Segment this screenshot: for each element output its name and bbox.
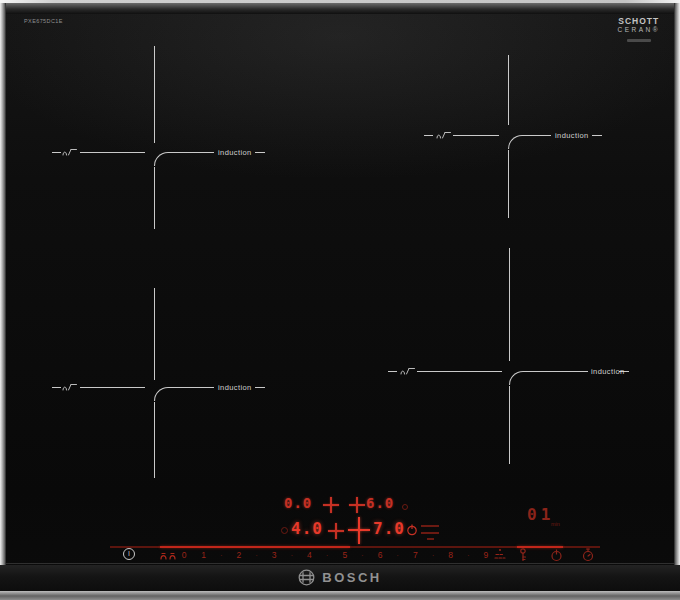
level-key-9[interactable]: 9 (481, 550, 491, 560)
zone-mark-line (168, 387, 214, 388)
timer-unit-label: min (551, 521, 560, 527)
level-key-6[interactable]: 6 (375, 550, 385, 560)
brand-name: BOSCH (322, 570, 381, 585)
zone-mark-dash (52, 387, 61, 388)
front-right-power-display: 7.0 (373, 519, 405, 538)
pan-sensor-icon (62, 381, 78, 393)
level-key-7[interactable]: 7 (410, 550, 420, 560)
bottom-metal-edge (0, 591, 680, 600)
boost-button[interactable] (493, 548, 507, 561)
timer-indicator-icon (402, 504, 408, 510)
model-number: PXE675DC1E (24, 18, 63, 24)
level-key-8[interactable]: 8 (446, 550, 456, 560)
zone-mark-line (509, 386, 510, 464)
zone-mark-dash (52, 152, 61, 153)
front-trim: BOSCH (0, 565, 680, 591)
glass-left-edge (0, 3, 6, 591)
zone-mark-line (453, 135, 499, 136)
zone-mark-line (523, 371, 588, 372)
slider-track-active[interactable] (160, 546, 350, 549)
glass-right-edge (674, 3, 680, 591)
zone-mark-line (154, 167, 155, 229)
zone-mark-dash (388, 371, 397, 372)
zone-mark-dash (255, 152, 265, 153)
induction-label: induction (555, 131, 589, 140)
level-dot: · (395, 551, 401, 560)
zone-mark-line (522, 135, 551, 136)
level-key-1[interactable]: 1 (199, 550, 209, 560)
zone-mark-line (417, 371, 502, 372)
level-key-5[interactable]: 5 (340, 550, 350, 560)
zone-mark-line (168, 152, 214, 153)
zone-mark-line (508, 150, 509, 218)
level-key-3[interactable]: 3 (269, 550, 279, 560)
pan-sensor-icon (436, 129, 452, 141)
zone-mark-line (80, 387, 145, 388)
power-indicator-icon (406, 524, 418, 536)
front-left-power-display: 4.0 (291, 519, 323, 538)
zone-mark-dash (255, 387, 265, 388)
schott-ceran-logo: SCHOTT CERAN® (617, 17, 660, 42)
power-button-icon[interactable] (550, 549, 563, 562)
zone-mark-corner (508, 135, 522, 149)
level-dot: · (465, 551, 471, 560)
zone-mark-line (154, 46, 155, 143)
level-dot: · (359, 551, 365, 560)
level-dot: · (218, 551, 224, 560)
pan-sensor-icon (62, 146, 78, 158)
frying-sensor-button[interactable] (159, 549, 179, 561)
zone-mark-line (509, 248, 510, 361)
zone-mark-dash (424, 135, 433, 136)
power-level-slider[interactable]: 0 1 · 2 · 3 · 4 · 5 · 6 · 7 · 8 · 9 (179, 549, 491, 561)
childlock-key-icon[interactable] (518, 548, 528, 562)
level-key-4[interactable]: 4 (304, 550, 314, 560)
schott-fineprint (627, 39, 651, 42)
level-dot: · (289, 551, 295, 560)
brand-logo: BOSCH (0, 569, 680, 586)
schott-logo-line1: SCHOTT (617, 17, 660, 26)
level-key-2[interactable]: 2 (234, 550, 244, 560)
level-key-0[interactable]: 0 (179, 550, 189, 560)
zone-mark-dash (592, 135, 602, 136)
main-switch-button[interactable]: I (123, 548, 135, 560)
zone-mark-line (508, 55, 509, 125)
zone-mark-line (80, 152, 145, 153)
back-right-power-display: 6.0 (366, 495, 394, 511)
glass-front-edge (6, 563, 674, 564)
bosch-symbol-icon (298, 569, 315, 586)
timer-indicator-icon (281, 527, 288, 534)
zone-mark-corner (154, 152, 168, 166)
level-dot: · (430, 551, 436, 560)
zone-mark-corner (509, 371, 523, 385)
pan-sensor-icon (400, 365, 416, 377)
induction-cooktop: PXE675DC1E SCHOTT CERAN® induction (0, 0, 680, 600)
induction-label: induction (218, 383, 252, 392)
zone-mark-dash (619, 371, 629, 372)
zone-mark-line (154, 288, 155, 380)
zone-mark-line (154, 402, 155, 478)
back-left-power-display: 0.0 (284, 495, 312, 511)
induction-label: induction (218, 148, 252, 157)
zone-mark-corner (154, 387, 168, 401)
schott-logo-line2: CERAN® (617, 26, 660, 34)
glass-top-bevel (0, 3, 680, 14)
level-dot: · (254, 551, 260, 560)
timer-button-icon[interactable] (581, 548, 595, 562)
level-dot: · (324, 551, 330, 560)
